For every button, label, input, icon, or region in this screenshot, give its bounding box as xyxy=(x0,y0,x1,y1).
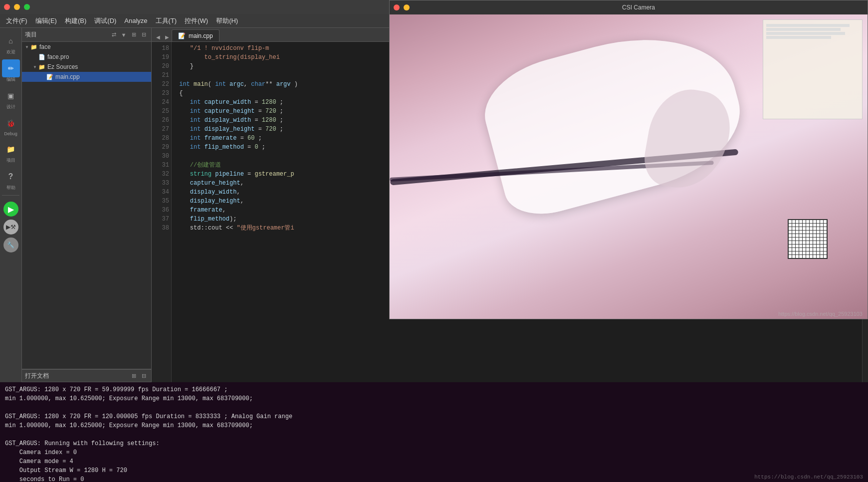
menu-tools[interactable]: 工具(T) xyxy=(152,15,181,26)
sidebar-icon-projects[interactable]: 📁 xyxy=(2,140,20,158)
terminal-line-2: min 1.000000, max 10.625000; Exposure Ra… xyxy=(5,394,863,403)
close-button[interactable] xyxy=(4,4,10,10)
terminal-line-7: Camera mode = 4 xyxy=(5,457,863,466)
camera-feed: https://blog.csdn.net/qq_25923103 xyxy=(390,14,868,319)
camera-title: CSI Camera xyxy=(414,4,864,11)
menu-file[interactable]: 文件(F) xyxy=(2,15,31,26)
expand-btn[interactable]: ⊞ xyxy=(129,30,138,39)
open-docs-expand[interactable]: ⊞ xyxy=(129,371,138,380)
open-docs-title: 打开文档 xyxy=(25,372,49,380)
open-docs-collapse[interactable]: ⊟ xyxy=(139,371,148,380)
sidebar-icon-help[interactable]: ? xyxy=(2,168,20,186)
file-face-pro-arrow xyxy=(32,54,38,60)
sidebar-label-help: 帮助 xyxy=(6,185,15,191)
folder-icon: 📁 xyxy=(30,43,38,51)
minimize-button[interactable] xyxy=(14,4,20,10)
sources-folder-icon: 📁 xyxy=(38,63,46,71)
tab-file-icon: 📝 xyxy=(178,32,186,39)
build-run-button[interactable]: ▶⚒ xyxy=(3,220,18,235)
sync-btn[interactable]: ⇄ xyxy=(109,30,118,39)
terminal-url: https://blog.csdn.net/qq_25923103 xyxy=(754,474,863,480)
tree-label-main-cpp: main.cpp xyxy=(55,73,80,80)
tree-label-face-pro: face.pro xyxy=(47,53,69,60)
sidebar-label-debug: Debug xyxy=(4,131,17,136)
sidebar-label-design: 设计 xyxy=(6,104,15,110)
terminal-line-blank2 xyxy=(5,430,863,439)
file-tree: ▼ 📁 face 📄 face.pro ▼ 📁 Ez Sources xyxy=(22,42,151,369)
terminal-line-8: Output Stream W = 1280 H = 720 xyxy=(5,466,863,475)
line-numbers: 18 19 20 21 22 23 24 25 26 27 28 29 30 3… xyxy=(152,42,172,427)
tree-label-face: face xyxy=(39,43,51,50)
tab-label: main.cpp xyxy=(189,32,213,39)
camera-close-btn[interactable] xyxy=(394,4,400,10)
sidebar-label-edit: 编辑 xyxy=(6,76,15,83)
tree-item-face-folder[interactable]: ▼ 📁 face xyxy=(22,42,151,52)
cpp-file-icon: 📝 xyxy=(46,73,54,81)
project-panel-header: 项目 ⇄ ▼ ⊞ ⊟ xyxy=(22,28,151,42)
main-cpp-arrow xyxy=(40,74,46,80)
sidebar-icon-design[interactable]: ▣ xyxy=(2,87,20,105)
terminal-line-6: Camera index = 0 xyxy=(5,448,863,457)
terminal-line-4: min 1.000000, max 10.625000; Exposure Ra… xyxy=(5,421,863,430)
camera-url-watermark: https://blog.csdn.net/qq_25923103 xyxy=(778,311,863,317)
sidebar-icon-welcome[interactable]: ⌂ xyxy=(2,32,20,50)
terminal-line-blank1 xyxy=(5,403,863,412)
sources-arrow: ▼ xyxy=(32,64,38,70)
menu-debug[interactable]: 调试(D) xyxy=(90,15,120,26)
camera-window: CSI Camera https://blog.csdn.net/qq_2592… xyxy=(389,0,868,319)
camera-min-btn[interactable] xyxy=(404,4,410,10)
collapse-btn[interactable]: ⊟ xyxy=(139,30,148,39)
camera-titlebar: CSI Camera xyxy=(390,0,868,14)
tab-nav-back[interactable]: ◀ xyxy=(154,32,163,41)
filter-btn[interactable]: ▼ xyxy=(119,30,128,39)
menu-help[interactable]: 帮助(H) xyxy=(212,15,242,26)
sidebar-label-welcome: 欢迎 xyxy=(6,49,15,55)
debug-run-button[interactable]: 🔧 xyxy=(3,238,18,252)
menu-controls[interactable]: 控件(W) xyxy=(181,15,212,26)
open-docs-header: 打开文档 ⊞ ⊟ xyxy=(22,369,151,382)
terminal: GST_ARGUS: 1280 x 720 FR = 59.999999 fps… xyxy=(0,382,868,482)
folder-face-arrow: ▼ xyxy=(24,44,30,50)
sidebar-icon-debug[interactable]: 🐞 xyxy=(2,114,20,132)
tree-item-face-pro[interactable]: 📄 face.pro xyxy=(22,52,151,62)
menu-edit[interactable]: 编辑(E) xyxy=(31,15,61,26)
terminal-line-5: GST_ARGUS: Running with following settin… xyxy=(5,439,863,448)
run-buttons-group: ▶ ▶⚒ 🔧 xyxy=(3,198,18,256)
run-button[interactable]: ▶ xyxy=(3,202,18,217)
terminal-line-3: GST_ARGUS: 1280 x 720 FR = 120.000005 fp… xyxy=(5,412,863,421)
tree-item-sources-folder[interactable]: ▼ 📁 Ez Sources xyxy=(22,62,151,72)
menu-analyze[interactable]: Analyze xyxy=(120,16,151,25)
tab-main-cpp[interactable]: 📝 main.cpp xyxy=(172,29,219,41)
camera-qr-code xyxy=(788,219,828,259)
terminal-content: GST_ARGUS: 1280 x 720 FR = 59.999999 fps… xyxy=(5,385,863,482)
sidebar-icon-edit[interactable]: ✏ xyxy=(2,59,20,77)
tab-nav-forward[interactable]: ▶ xyxy=(163,32,172,41)
pro-file-icon: 📄 xyxy=(38,53,46,61)
tree-label-sources: Ez Sources xyxy=(47,63,78,70)
menu-build[interactable]: 构建(B) xyxy=(61,15,90,26)
terminal-line-9: seconds to Run = 0 xyxy=(5,475,863,482)
maximize-button[interactable] xyxy=(24,4,30,10)
camera-paper xyxy=(763,19,863,119)
sidebar-label-projects: 项目 xyxy=(6,157,15,164)
project-panel-title: 项目 xyxy=(25,30,109,39)
terminal-line-1: GST_ARGUS: 1280 x 720 FR = 59.999999 fps… xyxy=(5,385,863,394)
tree-item-main-cpp[interactable]: 📝 main.cpp xyxy=(22,72,151,82)
